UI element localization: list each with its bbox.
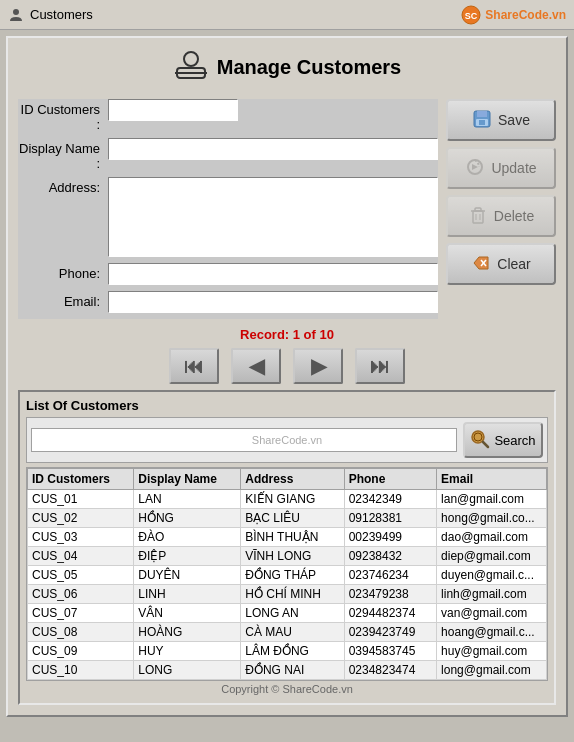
sharecode-logo: SC ShareCode.vn xyxy=(461,5,566,25)
svg-rect-9 xyxy=(479,120,485,125)
display-name-label: Display Name : xyxy=(18,138,108,171)
save-icon xyxy=(472,109,492,132)
table-cell: ĐỒNG THÁP xyxy=(241,566,344,585)
table-cell: CUS_08 xyxy=(28,623,134,642)
search-button[interactable]: Search xyxy=(463,422,543,458)
table-cell: CUS_01 xyxy=(28,490,134,509)
action-buttons: Save Update xyxy=(446,99,556,319)
table-cell: lan@gmail.com xyxy=(437,490,547,509)
table-cell: BÌNH THUẬN xyxy=(241,528,344,547)
clear-button[interactable]: Clear xyxy=(446,243,556,285)
id-input[interactable] xyxy=(108,99,238,121)
nav-prev-icon: ◀ xyxy=(249,354,264,378)
table-row[interactable]: CUS_06LINHHỒ CHÍ MINH023479238linh@gmail… xyxy=(28,585,547,604)
nav-prev-button[interactable]: ◀ xyxy=(231,348,281,384)
nav-last-button[interactable]: ⏭ xyxy=(355,348,405,384)
update-button[interactable]: Update xyxy=(446,147,556,189)
save-label: Save xyxy=(498,112,530,128)
table-cell: 0394583745 xyxy=(344,642,436,661)
form-section: ID Customers : Display Name : Address: P… xyxy=(18,99,438,319)
title-bar: Customers SC ShareCode.vn xyxy=(0,0,574,30)
table-cell: 0234823474 xyxy=(344,661,436,680)
svg-rect-7 xyxy=(477,111,487,117)
display-name-row: Display Name : xyxy=(18,138,438,171)
table-cell: VÂN xyxy=(134,604,241,623)
customers-icon xyxy=(173,48,209,87)
svg-marker-16 xyxy=(474,257,488,269)
search-bar-inner: ShareCode.vn Search xyxy=(31,422,543,458)
sharecode-brand: ShareCode.vn xyxy=(485,8,566,22)
table-header: ID Customers Display Name Address Phone … xyxy=(28,469,547,490)
col-email: Email xyxy=(437,469,547,490)
table-cell: 0294482374 xyxy=(344,604,436,623)
table-cell: CUS_06 xyxy=(28,585,134,604)
table-cell: CUS_07 xyxy=(28,604,134,623)
table-cell: ĐỒNG NAI xyxy=(241,661,344,680)
table-cell: CÀ MAU xyxy=(241,623,344,642)
table-cell: HOÀNG xyxy=(134,623,241,642)
title-bar-right: SC ShareCode.vn xyxy=(461,5,566,25)
address-label: Address: xyxy=(18,177,108,195)
table-cell: duyen@gmail.c... xyxy=(437,566,547,585)
table-cell: LINH xyxy=(134,585,241,604)
table-cell: CUS_03 xyxy=(28,528,134,547)
table-cell: HUY xyxy=(134,642,241,661)
display-name-input[interactable] xyxy=(108,138,438,160)
table-row[interactable]: CUS_10LONGĐỒNG NAI0234823474long@gmail.c… xyxy=(28,661,547,680)
phone-input[interactable] xyxy=(108,263,438,285)
table-row[interactable]: CUS_01LANKIẾN GIANG02342349lan@gmail.com xyxy=(28,490,547,509)
table-cell: CUS_04 xyxy=(28,547,134,566)
table-cell: CUS_02 xyxy=(28,509,134,528)
window-title: Customers xyxy=(30,7,93,22)
address-input[interactable] xyxy=(108,177,438,257)
table-cell: 02342349 xyxy=(344,490,436,509)
table-cell: KIẾN GIANG xyxy=(241,490,344,509)
table-row[interactable]: CUS_07VÂNLONG AN0294482374van@gmail.com xyxy=(28,604,547,623)
table-cell: ĐÀO xyxy=(134,528,241,547)
table-row[interactable]: CUS_09HUYLÂM ĐỒNG0394583745huy@gmail.com xyxy=(28,642,547,661)
delete-label: Delete xyxy=(494,208,534,224)
table-body: CUS_01LANKIẾN GIANG02342349lan@gmail.com… xyxy=(28,490,547,680)
update-icon xyxy=(465,157,485,180)
table-cell: huy@gmail.com xyxy=(437,642,547,661)
email-row: Email: xyxy=(18,291,438,313)
table-cell: LÂM ĐỒNG xyxy=(241,642,344,661)
table-cell: van@gmail.com xyxy=(437,604,547,623)
table-cell: HỒNG xyxy=(134,509,241,528)
table-cell: VĨNH LONG xyxy=(241,547,344,566)
title-bar-left: Customers xyxy=(8,7,93,23)
form-area: ID Customers : Display Name : Address: P… xyxy=(18,99,556,319)
sharecode-logo-icon: SC xyxy=(461,5,481,25)
table-cell: CUS_10 xyxy=(28,661,134,680)
svg-rect-11 xyxy=(473,211,483,223)
svg-point-0 xyxy=(13,9,19,15)
table-row[interactable]: CUS_05DUYÊNĐỒNG THÁP023746234duyen@gmail… xyxy=(28,566,547,585)
table-cell: dao@gmail.com xyxy=(437,528,547,547)
email-input[interactable] xyxy=(108,291,438,313)
table-row[interactable]: CUS_02HỒNGBẠC LIÊU09128381hong@gmail.co.… xyxy=(28,509,547,528)
save-button[interactable]: Save xyxy=(446,99,556,141)
email-label: Email: xyxy=(18,291,108,309)
table-cell: hoang@gmail.c... xyxy=(437,623,547,642)
table-row[interactable]: CUS_08HOÀNGCÀ MAU0239423749hoang@gmail.c… xyxy=(28,623,547,642)
table-cell: CUS_09 xyxy=(28,642,134,661)
table-row[interactable]: CUS_04ĐIỆPVĨNH LONG09238432diep@gmail.co… xyxy=(28,547,547,566)
svg-rect-5 xyxy=(175,72,207,74)
phone-row: Phone: xyxy=(18,263,438,285)
main-panel: Manage Customers ID Customers : Display … xyxy=(6,36,568,717)
table-cell: LONG AN xyxy=(241,604,344,623)
search-bar: ShareCode.vn Search xyxy=(26,417,548,463)
customers-table: ID Customers Display Name Address Phone … xyxy=(27,468,547,680)
phone-label: Phone: xyxy=(18,263,108,281)
customers-table-container[interactable]: ID Customers Display Name Address Phone … xyxy=(26,467,548,681)
nav-next-button[interactable]: ▶ xyxy=(293,348,343,384)
page-title: Manage Customers xyxy=(217,56,402,79)
watermark: ShareCode.vn xyxy=(252,434,322,446)
nav-last-icon: ⏭ xyxy=(370,355,390,378)
table-cell: linh@gmail.com xyxy=(437,585,547,604)
delete-button[interactable]: Delete xyxy=(446,195,556,237)
search-input[interactable] xyxy=(31,428,457,452)
nav-first-button[interactable]: ⏮ xyxy=(169,348,219,384)
table-row[interactable]: CUS_03ĐÀOBÌNH THUẬN00239499dao@gmail.com xyxy=(28,528,547,547)
table-cell: ĐIỆP xyxy=(134,547,241,566)
